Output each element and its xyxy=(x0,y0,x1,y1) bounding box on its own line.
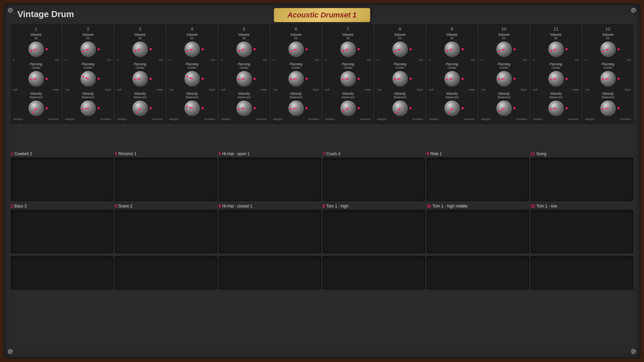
velocity-section-4: Velocity Balanced Straight Sensitive xyxy=(168,92,216,121)
pad-label-1: 1 Cowbell 2 xyxy=(11,152,113,156)
channel-number-9: 9 xyxy=(451,26,453,32)
pad-box-row3-3[interactable] xyxy=(323,256,425,290)
pad-box-7[interactable] xyxy=(323,158,425,201)
pad-box-10[interactable] xyxy=(427,210,529,253)
pad-item-11: 11 Gong xyxy=(531,152,633,201)
panning-knob-1[interactable] xyxy=(28,70,45,87)
pad-box-row3-0[interactable] xyxy=(11,256,113,290)
panning-knob-2[interactable] xyxy=(79,70,97,87)
channel-number-6: 6 xyxy=(295,26,297,32)
channel-number-3: 3 xyxy=(139,26,141,32)
channel-4: 4 Volume 50 0 100 xyxy=(167,24,217,124)
pad-box-11[interactable] xyxy=(531,158,633,201)
pad-box-4[interactable] xyxy=(115,210,217,253)
svg-line-102 xyxy=(449,79,452,79)
channel-number-1: 1 xyxy=(35,26,37,32)
svg-point-79 xyxy=(342,78,343,80)
screw-tl xyxy=(7,7,13,13)
svg-line-70 xyxy=(293,108,296,109)
panning-knob-5[interactable] xyxy=(235,70,253,87)
volume-knob-7[interactable] xyxy=(339,41,357,58)
velocity-knob-1[interactable] xyxy=(28,100,45,117)
pad-box-9[interactable] xyxy=(427,158,529,201)
panning-section-1: Panning Center Left Right xyxy=(12,62,60,91)
volume-knob-10[interactable] xyxy=(495,41,513,58)
channel-6: 6 Volume 50 0 100 xyxy=(271,24,321,124)
channel-1: 1 Volume 50 0 100 xyxy=(11,24,61,124)
svg-point-15 xyxy=(82,50,84,52)
channel-number-5: 5 xyxy=(243,26,245,32)
panning-section-9: Panning Center Left Right xyxy=(428,62,476,91)
panning-knob-10[interactable] xyxy=(495,70,513,87)
svg-line-114 xyxy=(501,79,504,79)
panning-knob-3[interactable] xyxy=(131,70,149,87)
volume-knob-4[interactable] xyxy=(183,41,201,58)
velocity-knob-2[interactable] xyxy=(79,100,97,117)
volume-section-12: Volume 50 0 100 xyxy=(584,33,632,62)
pad-item-row3-1 xyxy=(115,256,217,290)
app-title: Vintage Drum xyxy=(17,9,74,19)
volume-knob-11[interactable] xyxy=(547,41,565,58)
velocity-section-2: Velocity Balanced Straight Sensitive xyxy=(64,92,112,121)
panning-knob-8[interactable] xyxy=(391,70,409,87)
volume-knob-6[interactable] xyxy=(287,41,305,58)
pad-box-8[interactable] xyxy=(323,210,425,253)
panning-knob-11[interactable] xyxy=(547,70,565,87)
velocity-knob-12[interactable] xyxy=(599,100,617,117)
svg-line-138 xyxy=(605,79,608,79)
panning-knob-9[interactable] xyxy=(443,70,461,87)
pad-box-12[interactable] xyxy=(531,210,633,253)
pad-item-4: 4 Snare 2 xyxy=(115,204,217,253)
velocity-knob-8[interactable] xyxy=(391,100,409,117)
svg-point-63 xyxy=(290,50,292,52)
velocity-knob-4[interactable] xyxy=(183,100,201,117)
pad-box-5[interactable] xyxy=(219,158,321,201)
velocity-section-1: Velocity Balanced Straight Sensitive xyxy=(12,92,60,121)
velocity-knob-9[interactable] xyxy=(443,100,461,117)
velocity-section-7: Velocity Balanced Straight Sensitive xyxy=(324,92,372,121)
velocity-knob-11[interactable] xyxy=(547,100,565,117)
volume-knob-9[interactable] xyxy=(443,41,461,58)
panning-knob-6[interactable] xyxy=(287,70,305,87)
svg-point-103 xyxy=(446,78,447,80)
volume-knob-5[interactable] xyxy=(235,41,253,58)
volume-knob-2[interactable] xyxy=(79,41,97,58)
pad-box-row3-4[interactable] xyxy=(427,256,529,290)
pad-box-row3-2[interactable] xyxy=(219,256,321,290)
pad-box-1[interactable] xyxy=(11,158,113,201)
pad-box-3[interactable] xyxy=(115,158,217,201)
volume-knob-12[interactable] xyxy=(599,41,617,58)
panning-section-8: Panning Center Left Right xyxy=(376,62,424,91)
velocity-knob-10[interactable] xyxy=(495,100,513,117)
channel-9: 9 Volume 50 0 100 xyxy=(427,24,477,124)
pads-row-3 xyxy=(11,256,633,290)
screw-br xyxy=(631,349,637,355)
channel-12: 12 Volume 50 0 100 xyxy=(583,24,633,124)
volume-knob-3[interactable] xyxy=(131,41,149,58)
channel-11: 11 Volume 50 0 100 xyxy=(531,24,581,124)
pad-box-row3-5[interactable] xyxy=(531,256,633,290)
pad-box-row3-1[interactable] xyxy=(115,256,217,290)
svg-point-47 xyxy=(186,106,188,107)
svg-point-83 xyxy=(342,110,344,112)
pad-label-8: 8 Tom 1 - high xyxy=(323,204,425,208)
velocity-knob-6[interactable] xyxy=(287,100,305,117)
volume-knob-1[interactable] xyxy=(28,41,45,58)
panning-section-5: Panning Center Left Right xyxy=(220,62,268,91)
pad-box-6[interactable] xyxy=(219,210,321,253)
volume-knob-8[interactable] xyxy=(391,41,409,58)
velocity-knob-3[interactable] xyxy=(131,100,149,117)
velocity-knob-5[interactable] xyxy=(235,100,253,117)
svg-point-111 xyxy=(498,50,500,52)
channel-7: 7 Volume 50 0 100 xyxy=(323,24,373,124)
svg-line-126 xyxy=(553,79,556,79)
pad-box-2[interactable] xyxy=(11,210,113,253)
panning-knob-12[interactable] xyxy=(599,70,617,87)
panning-section-11: Panning Center Left Right xyxy=(532,62,580,91)
panning-section-7: Panning Center Left Right xyxy=(324,62,372,91)
velocity-knob-7[interactable] xyxy=(339,100,357,117)
channel-number-2: 2 xyxy=(87,26,89,32)
svg-line-130 xyxy=(553,108,556,109)
panning-knob-7[interactable] xyxy=(339,70,357,87)
panning-knob-4[interactable] xyxy=(183,70,201,87)
